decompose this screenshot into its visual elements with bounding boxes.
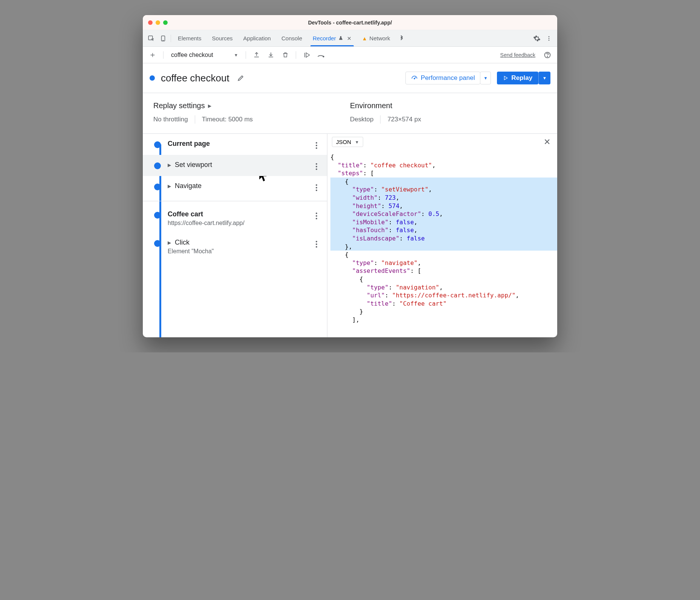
step-dot-icon — [154, 240, 161, 247]
steps-panel: Current page ▶Set viewport ▶Navigate — [143, 134, 327, 337]
kebab-menu-icon[interactable] — [543, 32, 555, 44]
step-menu-icon[interactable] — [312, 140, 321, 149]
device-toggle-icon[interactable] — [157, 32, 169, 44]
chevron-down-icon: ▼ — [543, 76, 547, 80]
inspect-icon[interactable] — [145, 32, 157, 44]
flask-icon — [338, 36, 343, 41]
delete-icon[interactable] — [280, 50, 290, 60]
caret-right-icon: ▶ — [208, 103, 211, 109]
recording-title: coffee checkout — [161, 72, 229, 84]
step-set-viewport[interactable]: ▶Set viewport — [143, 155, 327, 176]
caret-right-icon: ▶ — [168, 184, 171, 189]
recorder-toolbar: coffee checkout ▼ Send feedback — [143, 47, 557, 63]
step-current-page[interactable]: Current page — [143, 134, 327, 155]
step-navigate[interactable]: ▶Navigate — [143, 176, 327, 201]
help-icon[interactable] — [542, 50, 553, 60]
gauge-icon — [411, 75, 418, 81]
performance-panel-dropdown[interactable]: ▼ — [480, 72, 491, 84]
minimize-window-icon[interactable] — [156, 20, 160, 25]
svg-point-3 — [549, 36, 550, 37]
svg-point-12 — [547, 56, 547, 57]
close-code-icon[interactable]: ✕ — [541, 137, 553, 147]
play-icon — [503, 75, 508, 81]
throttling-value: No throttling — [153, 116, 188, 123]
step-play-icon[interactable] — [301, 50, 312, 60]
close-tab-icon[interactable]: ✕ — [347, 35, 352, 41]
step-over-icon[interactable] — [316, 50, 326, 60]
step-dot-icon — [154, 212, 161, 219]
panel-tabs: Elements Sources Application Console Rec… — [143, 30, 557, 47]
svg-point-10 — [323, 56, 324, 57]
svg-marker-9 — [306, 53, 310, 57]
step-menu-icon[interactable] — [312, 239, 321, 248]
timeout-value: Timeout: 5000 ms — [202, 116, 253, 123]
warning-icon: ▲ — [362, 35, 367, 41]
settings-row: Replay settings ▶ No throttling Timeout:… — [143, 93, 557, 134]
environment-heading: Environment — [350, 101, 392, 110]
import-icon[interactable] — [266, 50, 276, 60]
content-area: Current page ▶Set viewport ▶Navigate — [143, 134, 557, 337]
replay-button[interactable]: Replay — [497, 72, 538, 84]
window-controls — [148, 20, 168, 25]
step-menu-icon[interactable] — [312, 210, 321, 219]
step-click[interactable]: ▶Click Element "Mocha" — [143, 233, 327, 261]
replay-settings-toggle[interactable]: Replay settings ▶ — [153, 101, 350, 110]
code-viewer[interactable]: { "title": "coffee checkout", "steps": [… — [327, 150, 557, 327]
chevron-down-icon: ▼ — [234, 53, 238, 57]
performance-panel-button[interactable]: Performance panel — [405, 72, 481, 84]
titlebar: DevTools - coffee-cart.netlify.app/ — [143, 15, 557, 30]
export-icon[interactable] — [251, 50, 262, 60]
send-feedback-link[interactable]: Send feedback — [500, 52, 535, 58]
step-dot-icon — [154, 141, 161, 148]
edit-title-icon[interactable] — [235, 73, 246, 83]
code-panel: JSON ▼ ✕ { "title": "coffee checkout", "… — [327, 134, 557, 337]
step-dot-icon — [154, 162, 161, 169]
zoom-window-icon[interactable] — [163, 20, 168, 25]
close-window-icon[interactable] — [148, 20, 153, 25]
tab-recorder[interactable]: Recorder ✕ — [307, 30, 357, 46]
env-device: Desktop — [350, 116, 373, 123]
step-coffee-cart[interactable]: Coffee cart https://coffee-cart.netlify.… — [143, 204, 327, 233]
recording-selector[interactable]: coffee checkout ▼ — [169, 52, 240, 58]
tab-elements[interactable]: Elements — [173, 30, 207, 46]
tab-network[interactable]: ▲ Network — [357, 30, 396, 46]
chevron-down-icon: ▼ — [483, 76, 488, 80]
caret-right-icon: ▶ — [168, 240, 171, 245]
env-dimensions: 723×574 px — [387, 116, 421, 123]
record-indicator-icon — [150, 75, 155, 81]
format-selector[interactable]: JSON ▼ — [332, 137, 363, 147]
replay-dropdown[interactable]: ▼ — [538, 72, 550, 84]
svg-point-4 — [549, 38, 550, 39]
step-menu-icon[interactable] — [312, 182, 321, 191]
window-title: DevTools - coffee-cart.netlify.app/ — [143, 20, 557, 26]
tab-sources[interactable]: Sources — [207, 30, 238, 46]
svg-marker-14 — [504, 76, 507, 80]
caret-right-icon: ▶ — [168, 162, 171, 168]
tab-console[interactable]: Console — [276, 30, 307, 46]
svg-point-5 — [549, 40, 550, 41]
svg-point-13 — [414, 78, 415, 79]
settings-icon[interactable] — [531, 32, 543, 44]
new-recording-icon[interactable] — [147, 50, 158, 60]
devtools-window: DevTools - coffee-cart.netlify.app/ Elem… — [143, 15, 557, 337]
step-dot-icon — [154, 184, 161, 190]
chevron-down-icon: ▼ — [355, 140, 359, 144]
more-tabs-icon[interactable] — [396, 32, 408, 44]
step-menu-icon[interactable] — [312, 161, 321, 170]
tab-application[interactable]: Application — [238, 30, 276, 46]
recording-header: coffee checkout Performance panel ▼ Repl… — [143, 63, 557, 93]
